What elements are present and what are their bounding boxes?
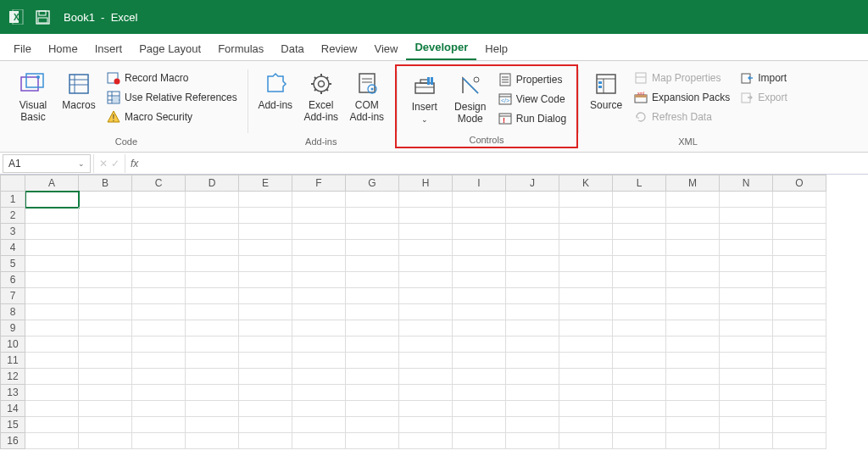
- row-header[interactable]: 2: [0, 208, 25, 224]
- cell[interactable]: [239, 353, 292, 369]
- cell[interactable]: [613, 353, 666, 369]
- cell[interactable]: [506, 288, 559, 304]
- addins-button[interactable]: Add-ins: [254, 68, 297, 114]
- cell[interactable]: [292, 224, 346, 240]
- cell[interactable]: [613, 336, 666, 353]
- cell[interactable]: [79, 304, 132, 320]
- cell[interactable]: [453, 272, 506, 288]
- tab-data[interactable]: Data: [272, 37, 312, 60]
- properties-button[interactable]: Properties: [495, 71, 570, 88]
- cell[interactable]: [559, 240, 613, 256]
- cell[interactable]: [666, 224, 720, 240]
- cell[interactable]: [346, 401, 399, 417]
- cell[interactable]: [720, 433, 773, 449]
- cell[interactable]: [25, 192, 79, 208]
- cell[interactable]: [25, 224, 79, 240]
- cell[interactable]: [79, 320, 132, 336]
- cell[interactable]: [559, 369, 613, 385]
- tab-page-layout[interactable]: Page Layout: [131, 37, 209, 60]
- cell[interactable]: [666, 208, 720, 224]
- cell[interactable]: [25, 353, 79, 369]
- cell[interactable]: [186, 401, 239, 417]
- cell[interactable]: [559, 417, 613, 433]
- cell[interactable]: [239, 192, 292, 208]
- cell[interactable]: [720, 304, 773, 320]
- cell[interactable]: [79, 417, 132, 433]
- cell[interactable]: [239, 304, 292, 320]
- cell[interactable]: [399, 336, 453, 353]
- cell[interactable]: [239, 320, 292, 336]
- cell[interactable]: [346, 288, 399, 304]
- cell[interactable]: [25, 401, 79, 417]
- cell[interactable]: [239, 336, 292, 353]
- cell[interactable]: [399, 304, 453, 320]
- cell[interactable]: [239, 385, 292, 401]
- column-header[interactable]: O: [773, 175, 826, 192]
- cell[interactable]: [399, 353, 453, 369]
- fx-icon[interactable]: fx: [125, 158, 143, 170]
- cell[interactable]: [559, 256, 613, 272]
- tab-insert[interactable]: Insert: [86, 37, 131, 60]
- cell[interactable]: [506, 433, 559, 449]
- record-macro-button[interactable]: Record Macro: [103, 70, 241, 86]
- import-button[interactable]: Import: [737, 70, 791, 86]
- cell[interactable]: [506, 240, 559, 256]
- cell[interactable]: [292, 385, 346, 401]
- cell[interactable]: [559, 272, 613, 288]
- cell[interactable]: [613, 304, 666, 320]
- cell[interactable]: [79, 369, 132, 385]
- row-header[interactable]: 7: [0, 288, 25, 304]
- cell[interactable]: [666, 417, 720, 433]
- row-header[interactable]: 12: [0, 369, 25, 385]
- cell[interactable]: [666, 256, 720, 272]
- cell[interactable]: [506, 320, 559, 336]
- cell[interactable]: [613, 385, 666, 401]
- cell[interactable]: [79, 433, 132, 449]
- column-header[interactable]: A: [25, 175, 79, 192]
- cell[interactable]: [666, 369, 720, 385]
- cell[interactable]: [25, 208, 79, 224]
- cell[interactable]: [666, 192, 720, 208]
- cell[interactable]: [666, 433, 720, 449]
- cell[interactable]: [666, 401, 720, 417]
- cell[interactable]: [773, 272, 826, 288]
- cell[interactable]: [453, 320, 506, 336]
- cell[interactable]: [79, 385, 132, 401]
- cell[interactable]: [720, 417, 773, 433]
- cell[interactable]: [79, 336, 132, 353]
- cell[interactable]: [132, 353, 186, 369]
- cell[interactable]: [453, 401, 506, 417]
- cell[interactable]: [559, 385, 613, 401]
- export-button[interactable]: Export: [737, 89, 791, 106]
- cell[interactable]: [720, 208, 773, 224]
- cell[interactable]: [132, 369, 186, 385]
- tab-developer[interactable]: Developer: [406, 36, 476, 60]
- cell[interactable]: [773, 336, 826, 353]
- cell[interactable]: [453, 256, 506, 272]
- macros-button[interactable]: Macros: [58, 68, 100, 114]
- cell[interactable]: [613, 433, 666, 449]
- cell[interactable]: [559, 433, 613, 449]
- cell[interactable]: [186, 304, 239, 320]
- column-header[interactable]: E: [239, 175, 292, 192]
- cell[interactable]: [506, 256, 559, 272]
- column-header[interactable]: B: [79, 175, 132, 192]
- row-header[interactable]: 10: [0, 336, 25, 353]
- cell[interactable]: [666, 385, 720, 401]
- cell[interactable]: [399, 288, 453, 304]
- map-properties-button[interactable]: Map Properties: [631, 70, 733, 86]
- cell[interactable]: [720, 353, 773, 369]
- cell[interactable]: [559, 224, 613, 240]
- cell[interactable]: [292, 304, 346, 320]
- cell[interactable]: [559, 208, 613, 224]
- cell[interactable]: [559, 304, 613, 320]
- cell[interactable]: [720, 369, 773, 385]
- cell[interactable]: [666, 320, 720, 336]
- cell[interactable]: [346, 304, 399, 320]
- row-header[interactable]: 6: [0, 272, 25, 288]
- cell[interactable]: [506, 401, 559, 417]
- cell[interactable]: [506, 369, 559, 385]
- column-header[interactable]: K: [559, 175, 613, 192]
- cell[interactable]: [453, 336, 506, 353]
- cell[interactable]: [506, 385, 559, 401]
